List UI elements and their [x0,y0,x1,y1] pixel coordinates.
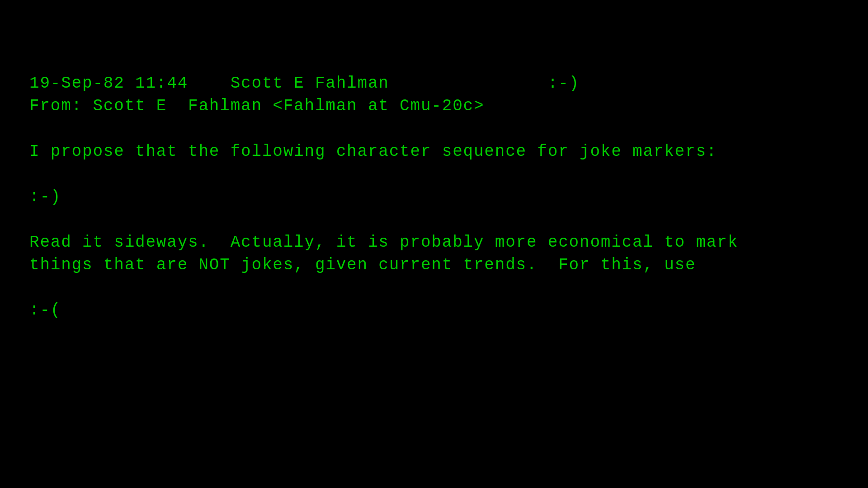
spacer-4 [29,277,839,299]
emoticon-happy: :-) [29,186,839,208]
spacer-3 [29,209,839,231]
spacer-2 [29,163,839,186]
header-line-2: From: Scott E Fahlman <Fahlman at Cmu-20… [29,95,839,117]
body-line-3: things that are NOT jokes, given current… [29,254,839,277]
emoticon-sad: :-( [29,299,839,322]
body-line-2: Read it sideways. Actually, it is probab… [29,231,839,254]
spacer-1 [29,118,839,141]
terminal-display: 19-Sep-82 11:44 Scott E Fahlman :-) From… [0,0,868,322]
body-line-1: I propose that the following character s… [29,141,839,163]
header-line-1: 19-Sep-82 11:44 Scott E Fahlman :-) [29,72,839,95]
